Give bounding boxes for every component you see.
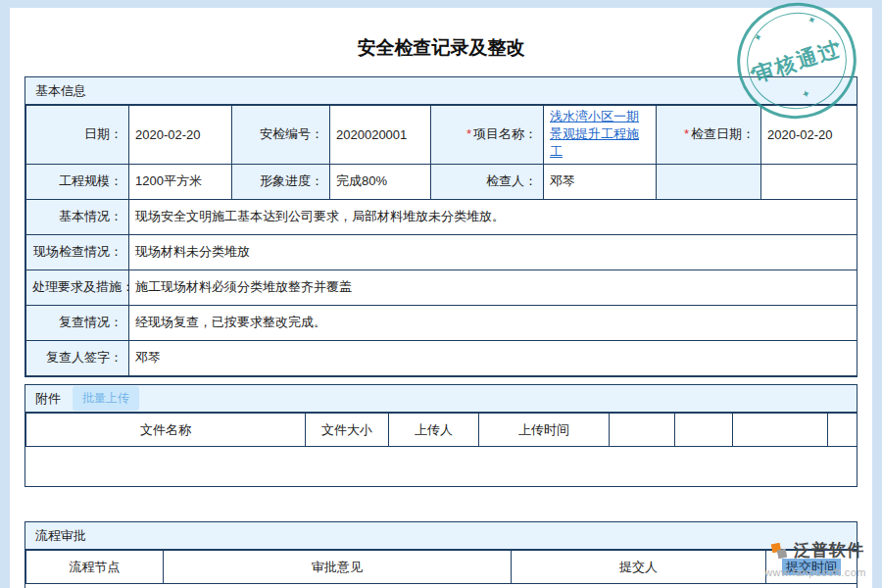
progress-value: 完成80%	[330, 164, 431, 199]
vendor-name: 泛普软件	[794, 539, 864, 562]
check-date-label: *检查日期：	[657, 106, 761, 165]
site-check-value: 现场材料未分类堆放	[129, 234, 858, 270]
site-check-label: 现场检查情况：	[26, 234, 129, 270]
basic-info-table: 日期： 2020-02-20 安检编号： 2020020001 *项目名称： 浅…	[25, 105, 858, 376]
col-empty	[733, 414, 828, 447]
measures-value: 施工现场材料必须分类堆放整齐并覆盖	[129, 270, 858, 305]
attachments-header: 附件 批量上传	[25, 385, 857, 413]
col-file-size: 文件大小	[306, 414, 389, 447]
basic-info-header: 基本信息	[25, 77, 857, 105]
col-submitter: 提交人	[512, 551, 766, 584]
vendor-url-watermark: www.fanpusoft.com	[764, 566, 866, 578]
approval-empty-body	[25, 584, 857, 588]
inspector-label: 检查人：	[431, 164, 544, 199]
scale-value: 1200平方米	[129, 164, 232, 199]
date-label: 日期：	[26, 106, 129, 165]
measures-label: 处理要求及措施：	[26, 270, 129, 305]
vendor-logo: 泛普软件	[769, 539, 864, 562]
col-empty	[828, 414, 858, 447]
recheck-value: 经现场复查，已按要求整改完成。	[129, 305, 858, 340]
table-row: 复查情况： 经现场复查，已按要求整改完成。	[26, 305, 858, 340]
table-row: 基本情况： 现场安全文明施工基本达到公司要求，局部材料堆放未分类堆放。	[26, 199, 858, 234]
col-approval-opinion: 审批意见	[164, 551, 512, 584]
basic-situation-value: 现场安全文明施工基本达到公司要求，局部材料堆放未分类堆放。	[129, 199, 858, 234]
progress-label: 形象进度：	[232, 164, 330, 199]
table-row: 复查人签字： 邓琴	[26, 340, 858, 375]
table-row: 处理要求及措施： 施工现场材料必须分类堆放整齐并覆盖	[26, 270, 858, 305]
reviewer-sign-value: 邓琴	[129, 340, 858, 375]
basic-situation-label: 基本情况：	[26, 199, 129, 234]
col-upload-time: 上传时间	[479, 414, 610, 447]
project-name-cell: 浅水湾小区一期景观提升工程施工	[544, 106, 657, 165]
date-value: 2020-02-20	[129, 106, 232, 165]
approval-header: 流程审批	[25, 522, 857, 550]
inspector-value: 邓琴	[544, 164, 657, 199]
reviewer-sign-label: 复查人签字：	[26, 340, 129, 375]
approval-table: 流程节点 审批意见 提交人 提交时间	[25, 550, 858, 584]
check-date-label-text: 检查日期：	[691, 126, 755, 141]
col-file-name: 文件名称	[26, 414, 306, 447]
basic-info-header-label: 基本信息	[35, 82, 86, 100]
approval-header-label: 流程审批	[35, 527, 86, 545]
approval-section: 流程审批 流程节点 审批意见 提交人 提交时间	[24, 521, 858, 588]
col-empty	[610, 414, 675, 447]
table-row: 现场检查情况： 现场材料未分类堆放	[26, 234, 858, 270]
attachments-table: 文件名称 文件大小 上传人 上传时间	[25, 413, 858, 447]
inspection-no-value: 2020020001	[330, 106, 431, 165]
content-panel: 安全检查记录及整改 基本信息 日期： 2020-02-20 安检编号： 2020…	[10, 8, 872, 588]
col-flow-node: 流程节点	[26, 551, 164, 584]
fanpu-logo-icon	[769, 541, 789, 561]
recheck-label: 复查情况：	[26, 305, 129, 340]
empty-value-cell	[761, 164, 858, 199]
project-link[interactable]: 浅水湾小区一期景观提升工程施工	[550, 108, 650, 162]
required-mark: *	[684, 126, 689, 141]
project-name-label: *项目名称：	[431, 106, 544, 165]
empty-label-cell	[657, 164, 761, 199]
required-mark: *	[466, 126, 471, 141]
table-row: 日期： 2020-02-20 安检编号： 2020020001 *项目名称： 浅…	[26, 106, 858, 165]
basic-info-section: 基本信息 日期： 2020-02-20 安检编号： 2020020001 *项目…	[24, 76, 858, 377]
scale-label: 工程规模：	[26, 164, 129, 199]
table-header-row: 文件名称 文件大小 上传人 上传时间	[26, 414, 858, 447]
table-header-row: 流程节点 审批意见 提交人 提交时间	[26, 551, 858, 584]
attachments-empty-body	[25, 447, 857, 486]
table-row: 工程规模： 1200平方米 形象进度： 完成80% 检查人： 邓琴	[26, 164, 858, 199]
inspection-no-label: 安检编号：	[232, 106, 330, 165]
batch-upload-button[interactable]: 批量上传	[73, 386, 139, 411]
project-name-label-text: 项目名称：	[473, 126, 537, 141]
col-empty	[675, 414, 733, 447]
attachments-header-label: 附件	[35, 390, 61, 408]
attachments-section: 附件 批量上传 文件名称 文件大小 上传人 上传时间	[24, 384, 858, 487]
col-uploader: 上传人	[389, 414, 479, 447]
